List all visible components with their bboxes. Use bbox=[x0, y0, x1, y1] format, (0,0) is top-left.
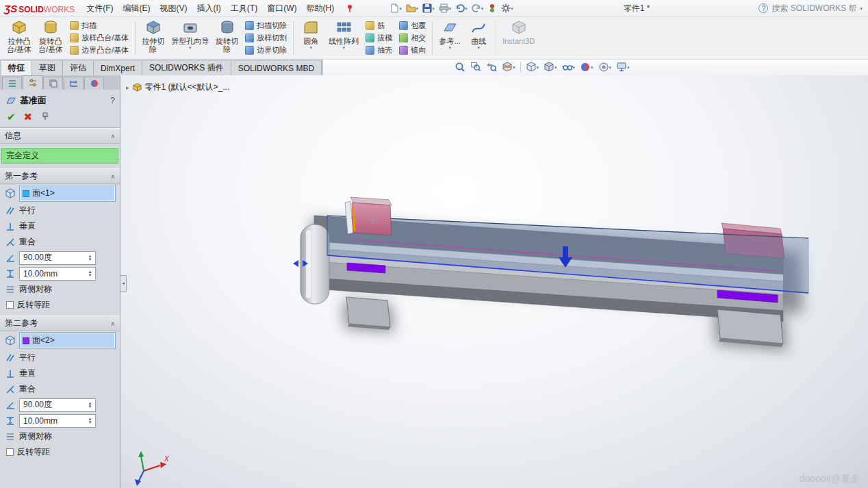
flip-offset-checkbox[interactable] bbox=[6, 301, 14, 309]
rib-button[interactable]: 筋 bbox=[363, 20, 394, 31]
distance-input-ref1[interactable]: 10.00mm ▲▼ bbox=[19, 267, 96, 281]
bottom-tab-left[interactable] bbox=[346, 297, 390, 330]
parallel-option-ref1[interactable]: 平行 bbox=[0, 203, 120, 218]
angle-input-ref1[interactable]: 90.00度 ▲▼ bbox=[19, 251, 96, 265]
swept-cut-button[interactable]: 扫描切除 bbox=[243, 20, 289, 31]
expander-arrow-icon[interactable]: ▸ bbox=[126, 84, 129, 91]
highlighted-edge-orange[interactable] bbox=[353, 207, 355, 231]
zoom-area-button[interactable] bbox=[469, 61, 483, 73]
tab-propertymanager[interactable] bbox=[23, 75, 42, 90]
menu-edit[interactable]: 编辑(E) bbox=[118, 1, 155, 16]
rebuild-button[interactable] bbox=[486, 2, 498, 14]
midplane-option-ref2[interactable]: 两侧对称 bbox=[0, 428, 120, 444]
instant3d-button[interactable]: Instant3D bbox=[499, 18, 538, 57]
tab-dimxpert[interactable]: DimXpert bbox=[94, 61, 142, 75]
print-button[interactable]: ▾ bbox=[437, 2, 453, 14]
selected-face-tab-left[interactable] bbox=[345, 197, 392, 235]
tab-featuremanager[interactable] bbox=[2, 77, 22, 90]
menu-window[interactable]: 窗口(W) bbox=[262, 1, 301, 16]
graphics-viewport[interactable]: X ▸ 零件1 (默认<<默认>_... ◂ dooooit@暴走 bbox=[120, 75, 868, 488]
tab-evaluate[interactable]: 评估 bbox=[63, 61, 94, 75]
midplane-option-ref1[interactable]: 两侧对称 bbox=[0, 281, 120, 297]
second-reference-section-header[interactable]: 第二参考 ∧ bbox=[0, 316, 120, 331]
spinner-arrows-icon[interactable]: ▲▼ bbox=[86, 270, 94, 277]
revolved-cut-button[interactable]: 旋转切 除 bbox=[212, 18, 242, 57]
angle-input-ref2[interactable]: 90.00度 ▲▼ bbox=[19, 398, 96, 412]
help-icon[interactable]: ? bbox=[758, 3, 768, 13]
curves-button[interactable]: 曲线 ▾ bbox=[464, 18, 493, 57]
tab-dimxpertmanager[interactable] bbox=[64, 77, 84, 90]
undo-button[interactable]: ▾ bbox=[454, 2, 469, 14]
swept-boss-button[interactable]: 扫描 bbox=[68, 20, 131, 31]
menu-pin-icon[interactable] bbox=[346, 4, 354, 13]
lofted-cut-button[interactable]: 放样切割 bbox=[243, 32, 289, 44]
flip-offset-checkbox[interactable] bbox=[6, 448, 14, 456]
wrap-button[interactable]: 包覆 bbox=[397, 20, 428, 31]
extruded-cut-button[interactable]: 拉伸切 除 bbox=[138, 18, 168, 57]
redo-button[interactable]: ▾ bbox=[470, 2, 485, 14]
boundary-cut-button[interactable]: 边界切除 bbox=[243, 44, 289, 56]
search-input[interactable]: 搜索 SOLIDWORKS 帮 bbox=[771, 3, 856, 14]
solidworks-logo[interactable]: ƷS SOLID WORKS bbox=[4, 3, 75, 14]
flip-offset-option-ref2[interactable]: 反转等距 bbox=[0, 444, 120, 460]
mirror-button[interactable]: 镜向 bbox=[397, 44, 428, 56]
new-doc-button[interactable]: ▾ bbox=[388, 2, 403, 14]
feature-tree-flyout[interactable]: ▸ 零件1 (默认<<默认>_... bbox=[126, 81, 229, 93]
second-reference-selection-box[interactable]: 面<2> bbox=[19, 332, 116, 349]
cancel-button[interactable]: ✖ bbox=[24, 111, 33, 123]
apply-scene-button[interactable]: ▾ bbox=[597, 61, 613, 73]
spinner-arrows-icon[interactable]: ▲▼ bbox=[86, 418, 94, 424]
menu-help[interactable]: 帮助(H) bbox=[302, 1, 340, 16]
bottom-tab-right[interactable] bbox=[717, 309, 783, 347]
pin-button[interactable] bbox=[40, 112, 50, 123]
info-section-header[interactable]: 信息 ∧ bbox=[0, 128, 120, 144]
menu-file[interactable]: 文件(F) bbox=[81, 1, 118, 16]
feature-tree-root-label[interactable]: 零件1 (默认<<默认>_... bbox=[145, 81, 230, 93]
display-style-button[interactable]: ▾ bbox=[542, 61, 559, 73]
tab-features[interactable]: 特征 bbox=[1, 61, 32, 75]
parallel-option-ref2[interactable]: 平行 bbox=[0, 350, 120, 365]
reference-geometry-button[interactable]: 参考... ▾ bbox=[435, 18, 464, 57]
ok-button[interactable]: ✔ bbox=[7, 111, 16, 123]
coincident-option-ref1[interactable]: 重合 bbox=[0, 234, 120, 250]
perpendicular-option-ref1[interactable]: 垂直 bbox=[0, 218, 120, 234]
first-reference-selection-box[interactable]: 面<1> bbox=[19, 185, 116, 202]
panel-collapse-arrow[interactable]: ◂ bbox=[120, 275, 127, 292]
edit-appearance-button[interactable]: ▾ bbox=[578, 61, 595, 73]
selection-list-item[interactable]: 面<1> bbox=[21, 186, 114, 201]
fillet-button[interactable]: 圆角 ▾ bbox=[296, 18, 325, 57]
open-button[interactable]: ▾ bbox=[405, 2, 420, 14]
spinner-arrows-icon[interactable]: ▲▼ bbox=[86, 255, 94, 261]
hole-wizard-button[interactable]: 异型孔向导 ▾ bbox=[168, 18, 212, 57]
view-orientation-button[interactable]: ▾ bbox=[524, 61, 541, 73]
distance-input-ref2[interactable]: 10.00mm ▲▼ bbox=[19, 414, 96, 428]
selection-list-item[interactable]: 面<2> bbox=[21, 333, 114, 348]
menu-tools[interactable]: 工具(T) bbox=[226, 1, 262, 16]
tab-solidworks-mbd[interactable]: SOLIDWORKS MBD bbox=[231, 61, 322, 75]
save-button[interactable]: ▾ bbox=[421, 2, 436, 14]
perpendicular-option-ref2[interactable]: 垂直 bbox=[0, 365, 120, 381]
intersect-button[interactable]: 相交 bbox=[397, 32, 428, 44]
draft-button[interactable]: 拔模 bbox=[363, 32, 394, 44]
pm-help-icon[interactable]: ? bbox=[110, 96, 115, 105]
extruded-boss-button[interactable]: 拉伸凸 台/基体 bbox=[3, 18, 35, 57]
search-chevron-icon[interactable]: ▾ bbox=[860, 6, 863, 11]
zoom-fit-button[interactable] bbox=[453, 61, 467, 73]
section-view-button[interactable]: ▾ bbox=[500, 61, 517, 73]
menu-view[interactable]: 视图(V) bbox=[155, 1, 192, 16]
zoom-previous-button[interactable] bbox=[485, 61, 498, 73]
boundary-boss-button[interactable]: 边界凸台/基体 bbox=[68, 44, 131, 56]
flip-offset-option-ref1[interactable]: 反转等距 bbox=[0, 297, 120, 313]
menu-insert[interactable]: 插入(I) bbox=[192, 1, 226, 16]
spinner-arrows-icon[interactable]: ▲▼ bbox=[86, 402, 94, 409]
options-button[interactable]: ▾ bbox=[500, 2, 515, 14]
revolved-boss-button[interactable]: 旋转凸 台/基体 bbox=[35, 18, 66, 57]
linear-pattern-button[interactable]: 线性阵列 ▾ bbox=[325, 18, 362, 57]
tab-solidworks-addins[interactable]: SOLIDWORKS 插件 bbox=[142, 61, 231, 75]
coincident-option-ref2[interactable]: 重合 bbox=[0, 381, 120, 397]
tab-displaymanager[interactable] bbox=[84, 77, 104, 90]
view-settings-button[interactable]: ▾ bbox=[615, 61, 631, 73]
hide-show-items-button[interactable]: ▾ bbox=[561, 61, 577, 73]
first-reference-section-header[interactable]: 第一参考 ∧ bbox=[0, 168, 120, 184]
lofted-boss-button[interactable]: 放样凸台/基体 bbox=[68, 32, 131, 44]
